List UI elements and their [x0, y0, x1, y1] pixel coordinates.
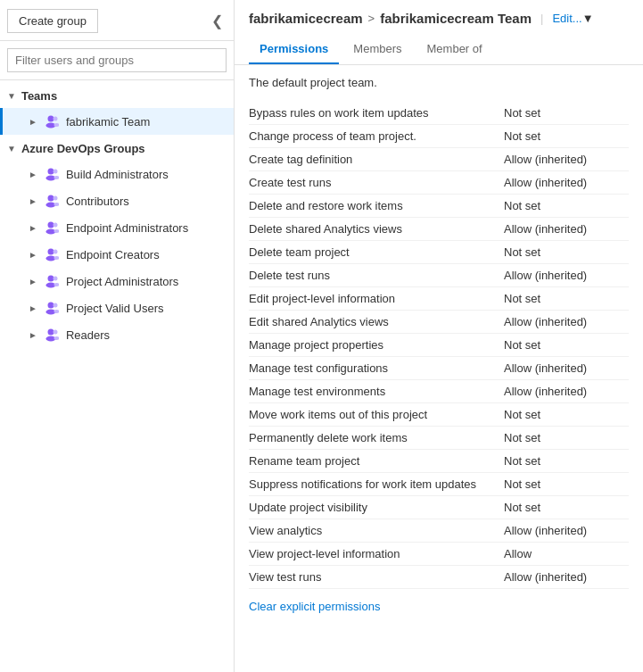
- permission-name: Update project visibility: [249, 501, 504, 514]
- svg-point-14: [53, 223, 57, 228]
- permission-value[interactable]: Allow (inherited): [504, 176, 629, 189]
- breadcrumb: fabrikamicecream > fabrikamicecream Team…: [249, 11, 629, 26]
- permission-row: View test runsAllow (inherited): [249, 566, 629, 589]
- svg-point-20: [47, 276, 54, 282]
- team-item-chevron-icon: ►: [29, 117, 37, 127]
- sidebar-item-project-valid-users[interactable]: ► Project Valid Users: [0, 295, 234, 321]
- permission-value[interactable]: Allow: [504, 547, 629, 560]
- readers-label: Readers: [66, 328, 110, 342]
- permission-row: Create tag definitionAllow (inherited): [249, 148, 629, 171]
- permission-value[interactable]: Allow (inherited): [504, 524, 629, 537]
- build-admins-group-icon: [43, 166, 59, 182]
- permission-row: Move work items out of this projectNot s…: [249, 403, 629, 427]
- permission-row: Delete team projectNot set: [249, 241, 629, 264]
- teams-section: ▼ Teams ► fabrikamic Team: [0, 84, 234, 135]
- endpoint-creators-chevron-icon: ►: [29, 250, 37, 260]
- sidebar-item-project-administrators[interactable]: ► Project Administrators: [0, 268, 234, 295]
- sidebar-item-build-administrators[interactable]: ► Build Administrators: [0, 161, 234, 187]
- permission-row: Create test runsAllow (inherited): [249, 171, 629, 195]
- permission-value[interactable]: Not set: [504, 106, 629, 120]
- sidebar-item-contributors[interactable]: ► Contributors: [0, 187, 234, 214]
- azure-devops-groups-section: ▼ Azure DevOps Groups ► Build Administra…: [0, 137, 234, 348]
- svg-point-2: [53, 117, 57, 121]
- permission-value[interactable]: Not set: [504, 454, 629, 468]
- permission-value[interactable]: Not set: [504, 338, 629, 352]
- permission-name: Create test runs: [249, 176, 504, 189]
- svg-point-18: [53, 250, 57, 254]
- endpoint-admins-label: Endpoint Administrators: [66, 221, 188, 235]
- clear-explicit-permissions-link[interactable]: Clear explicit permissions: [249, 600, 380, 613]
- permission-row: Delete and restore work itemsNot set: [249, 195, 629, 218]
- permission-row: Manage test configurationsAllow (inherit…: [249, 357, 629, 380]
- azure-devops-groups-header[interactable]: ▼ Azure DevOps Groups: [0, 137, 234, 161]
- permission-name: View test runs: [249, 570, 504, 584]
- permission-name: Move work items out of this project: [249, 408, 504, 421]
- permission-name: Edit project-level information: [249, 292, 504, 305]
- permission-name: Delete and restore work items: [249, 199, 504, 212]
- main-body: The default project team. Bypass rules o…: [235, 65, 643, 672]
- permission-name: View analytics: [249, 524, 504, 537]
- permission-value[interactable]: Not set: [504, 199, 629, 212]
- svg-point-8: [47, 195, 54, 202]
- permission-value[interactable]: Allow (inherited): [504, 385, 629, 398]
- permission-value[interactable]: Not set: [504, 477, 629, 491]
- tab-permissions[interactable]: Permissions: [249, 35, 339, 64]
- sidebar-item-endpoint-administrators[interactable]: ► Endpoint Administrators: [0, 214, 234, 241]
- permission-value[interactable]: Allow (inherited): [504, 315, 629, 328]
- svg-point-10: [53, 196, 57, 201]
- permission-value[interactable]: Allow (inherited): [504, 269, 629, 282]
- svg-point-12: [47, 222, 54, 228]
- teams-section-header[interactable]: ▼ Teams: [0, 84, 234, 108]
- permission-name: Permanently delete work items: [249, 431, 504, 444]
- team-item-label: fabrikamic Team: [66, 115, 150, 129]
- permission-name: Edit shared Analytics views: [249, 315, 504, 328]
- team-group-icon: [43, 113, 59, 129]
- permissions-table: Bypass rules on work item updatesNot set…: [249, 102, 629, 589]
- readers-chevron-icon: ►: [29, 330, 37, 340]
- breadcrumb-team: fabrikamicecream Team: [380, 11, 532, 26]
- build-admins-label: Build Administrators: [66, 168, 169, 181]
- svg-point-30: [53, 330, 57, 335]
- permission-value[interactable]: Not set: [504, 501, 629, 514]
- permission-name: Delete shared Analytics views: [249, 222, 504, 236]
- permission-value[interactable]: Not set: [504, 431, 629, 444]
- sidebar-nav: ▼ Teams ► fabrikamic Team ▼: [0, 80, 234, 672]
- create-group-button[interactable]: Create group: [7, 9, 98, 33]
- permission-row: Manage project propertiesNot set: [249, 334, 629, 357]
- svg-point-26: [53, 303, 57, 308]
- edit-button[interactable]: Edit...: [552, 12, 581, 25]
- team-description: The default project team.: [249, 76, 629, 89]
- permission-row: Change process of team project.Not set: [249, 125, 629, 148]
- permission-value[interactable]: Allow (inherited): [504, 222, 629, 236]
- permission-name: Bypass rules on work item updates: [249, 106, 504, 120]
- permission-value[interactable]: Not set: [504, 408, 629, 421]
- dropdown-button[interactable]: ▼: [582, 12, 594, 25]
- permission-name: Manage project properties: [249, 338, 504, 352]
- sidebar-item-endpoint-creators[interactable]: ► Endpoint Creators: [0, 241, 234, 268]
- permission-row: Bypass rules on work item updatesNot set: [249, 102, 629, 125]
- breadcrumb-divider: |: [540, 12, 543, 25]
- tab-member-of[interactable]: Member of: [416, 35, 493, 64]
- svg-point-0: [47, 116, 54, 122]
- permission-name: Delete test runs: [249, 269, 504, 282]
- project-admins-group-icon: [43, 273, 59, 289]
- sidebar: Create group ❮ ▼ Teams ►: [0, 0, 235, 672]
- permission-value[interactable]: Allow (inherited): [504, 570, 629, 584]
- permission-value[interactable]: Not set: [504, 129, 629, 143]
- tabs-row: Permissions Members Member of: [249, 35, 629, 64]
- permission-row: Edit shared Analytics viewsAllow (inheri…: [249, 311, 629, 334]
- svg-point-4: [47, 169, 54, 175]
- main-header: fabrikamicecream > fabrikamicecream Team…: [235, 0, 643, 65]
- permission-value[interactable]: Allow (inherited): [504, 361, 629, 375]
- sidebar-item-fabrikamic-team[interactable]: ► fabrikamic Team: [0, 108, 234, 135]
- permission-value[interactable]: Allow (inherited): [504, 153, 629, 166]
- permission-value[interactable]: Not set: [504, 292, 629, 305]
- collapse-sidebar-button[interactable]: ❮: [208, 11, 227, 31]
- filter-input[interactable]: [7, 48, 227, 72]
- permission-name: Rename team project: [249, 454, 504, 468]
- contributors-chevron-icon: ►: [29, 196, 37, 206]
- permission-value[interactable]: Not set: [504, 245, 629, 259]
- sidebar-item-readers[interactable]: ► Readers: [0, 321, 234, 348]
- tab-members[interactable]: Members: [342, 35, 412, 64]
- permission-row: Edit project-level informationNot set: [249, 287, 629, 311]
